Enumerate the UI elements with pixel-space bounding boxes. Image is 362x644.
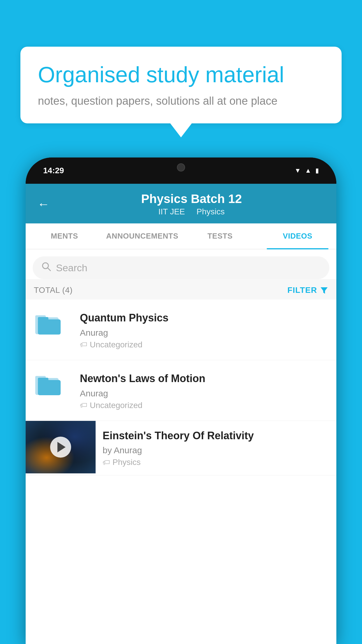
search-bar[interactable]: Search bbox=[33, 256, 329, 279]
app-header: ← Physics Batch 12 IIT JEE Physics bbox=[26, 184, 336, 223]
camera-icon bbox=[177, 163, 185, 172]
status-bar: 14:29 ▼ ▲ ▮ bbox=[26, 158, 336, 184]
header-title: Physics Batch 12 bbox=[58, 192, 325, 206]
svg-line-1 bbox=[48, 268, 50, 271]
tag-icon-1: 🏷 bbox=[80, 340, 87, 349]
video-title-3: Einstein's Theory Of Relativity bbox=[103, 429, 329, 443]
video-info-2: Newton's Laws of Motion Anurag 🏷 Uncateg… bbox=[80, 371, 328, 410]
svg-rect-5 bbox=[38, 319, 61, 335]
search-input[interactable]: Search bbox=[56, 262, 87, 274]
subtitle-physics: Physics bbox=[196, 207, 224, 216]
filter-row: TOTAL (4) FILTER bbox=[26, 279, 336, 300]
video-list: Quantum Physics Anurag 🏷 Uncategorized bbox=[26, 300, 336, 475]
phone-screen: ← Physics Batch 12 IIT JEE Physics MENTS… bbox=[26, 184, 336, 644]
phone-notch bbox=[155, 158, 207, 175]
phone-frame: 14:29 ▼ ▲ ▮ ← Physics Batch 12 IIT JEE P… bbox=[26, 158, 336, 644]
svg-rect-9 bbox=[38, 380, 61, 395]
back-button[interactable]: ← bbox=[37, 197, 50, 211]
search-icon bbox=[41, 262, 51, 274]
tag-icon-3: 🏷 bbox=[103, 458, 110, 467]
tab-tests[interactable]: TESTS bbox=[181, 223, 259, 249]
tab-ments[interactable]: MENTS bbox=[26, 223, 103, 249]
video-tag-3: 🏷 Physics bbox=[103, 458, 329, 467]
folder-thumb-1 bbox=[34, 310, 72, 339]
video-author-1: Anurag bbox=[80, 328, 328, 338]
video-info-3: Einstein's Theory Of Relativity by Anura… bbox=[96, 421, 336, 475]
folder-thumb-2 bbox=[34, 371, 72, 400]
list-item[interactable]: Quantum Physics Anurag 🏷 Uncategorized bbox=[26, 300, 336, 360]
tab-videos[interactable]: VIDEOS bbox=[259, 223, 336, 249]
einstein-thumbnail bbox=[26, 421, 96, 473]
svg-marker-2 bbox=[321, 287, 328, 294]
speech-bubble: Organised study material notes, question… bbox=[20, 47, 342, 123]
tag-icon-2: 🏷 bbox=[80, 401, 87, 410]
svg-rect-10 bbox=[38, 378, 48, 382]
play-icon bbox=[57, 442, 66, 452]
play-button[interactable] bbox=[50, 437, 71, 458]
bubble-subtitle: notes, question papers, solutions all at… bbox=[38, 95, 324, 107]
list-item[interactable]: Newton's Laws of Motion Anurag 🏷 Uncateg… bbox=[26, 360, 336, 421]
tabs: MENTS ANNOUNCEMENTS TESTS VIDEOS bbox=[26, 223, 336, 249]
total-count: TOTAL (4) bbox=[34, 286, 73, 295]
filter-button[interactable]: FILTER bbox=[287, 286, 328, 295]
svg-rect-6 bbox=[38, 317, 48, 321]
bubble-title: Organised study material bbox=[38, 61, 324, 88]
list-item[interactable]: Einstein's Theory Of Relativity by Anura… bbox=[26, 421, 336, 476]
video-author-2: Anurag bbox=[80, 388, 328, 398]
wifi-icon: ▼ bbox=[294, 167, 301, 174]
tab-announcements[interactable]: ANNOUNCEMENTS bbox=[103, 223, 181, 249]
status-time: 14:29 bbox=[43, 166, 64, 175]
status-icons: ▼ ▲ ▮ bbox=[294, 167, 319, 174]
video-tag-2: 🏷 Uncategorized bbox=[80, 401, 328, 410]
header-subtitle: IIT JEE Physics bbox=[58, 207, 325, 216]
battery-icon: ▮ bbox=[315, 167, 319, 174]
video-title-1: Quantum Physics bbox=[80, 311, 328, 325]
video-info-1: Quantum Physics Anurag 🏷 Uncategorized bbox=[80, 310, 328, 349]
subtitle-iitjee: IIT JEE bbox=[158, 207, 185, 216]
signal-icon: ▲ bbox=[305, 167, 311, 174]
video-tag-1: 🏷 Uncategorized bbox=[80, 340, 328, 349]
video-title-2: Newton's Laws of Motion bbox=[80, 372, 328, 386]
filter-icon bbox=[320, 286, 328, 294]
header-title-group: Physics Batch 12 IIT JEE Physics bbox=[58, 192, 325, 216]
video-author-3: by Anurag bbox=[103, 445, 329, 455]
